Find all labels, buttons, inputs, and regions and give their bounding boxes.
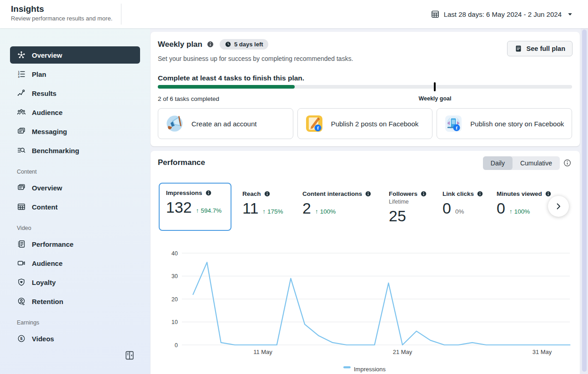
metric-value: 132 xyxy=(166,199,192,215)
ad-account-icon xyxy=(165,114,185,134)
metric-value-row: 132↑594.7% xyxy=(166,199,231,215)
legend-label: Impressions xyxy=(354,366,386,373)
info-icon[interactable] xyxy=(206,40,214,48)
numbered-list-icon: 123 xyxy=(17,70,26,79)
metric-trend: ↑100% xyxy=(315,208,336,215)
date-range-selector[interactable]: Last 28 days: 6 May 2024 - 2 Jun 2024 xyxy=(428,6,576,22)
metric-value-row: 25 xyxy=(389,208,427,224)
sidebar-item-label: Plan xyxy=(32,70,46,78)
metric-label: Impressions xyxy=(166,189,202,196)
sidebar-item-video-performance[interactable]: Performance xyxy=(0,234,150,254)
legend-swatch xyxy=(343,366,351,369)
posts-icon xyxy=(17,183,26,192)
trend-value: 100% xyxy=(514,208,530,215)
main-content: Weekly plan 5 days left See full plan Se… xyxy=(150,28,581,374)
publish-posts-icon: f xyxy=(304,114,324,134)
sidebar-section-label-earnings: Earnings xyxy=(0,311,150,329)
chevron-right-icon xyxy=(554,202,563,211)
metric-label: Followers xyxy=(389,190,417,197)
collapse-sidebar-button[interactable] xyxy=(123,349,136,363)
sidebar-item-overview[interactable]: Overview xyxy=(10,46,140,64)
metrics-row: Impressions132↑594.7%Reach11↑175%Content… xyxy=(151,151,580,242)
metric-impressions[interactable]: Impressions132↑594.7% xyxy=(159,183,231,231)
up-arrow-icon: ↑ xyxy=(262,208,266,215)
sidebar-item-label: Audience xyxy=(32,109,63,116)
up-arrow-icon: ↑ xyxy=(196,207,199,214)
sidebar: Overview123PlanResultsAudienceMessagingB… xyxy=(0,28,150,374)
metric-trend: ↑594.7% xyxy=(196,207,222,214)
weekly-plan-title: Weekly plan xyxy=(158,40,202,49)
metric-label: Minutes viewed xyxy=(497,190,542,197)
task-card-create-an-ad-account[interactable]: Create an ad account xyxy=(158,108,293,139)
trend-value: 175% xyxy=(267,208,283,215)
task-card-publish-2-posts-on-facebook[interactable]: fPublish 2 posts on Facebook xyxy=(297,108,433,139)
svg-text:f: f xyxy=(317,125,319,130)
sidebar-item-content-content[interactable]: Content xyxy=(0,197,150,216)
video-camera-icon xyxy=(17,259,26,268)
metric-value-row: 2↑100% xyxy=(302,200,372,216)
progress-caption-row: 2 of 6 tasks completed Weekly goal xyxy=(158,94,572,105)
scrollbar[interactable] xyxy=(581,28,588,374)
info-icon[interactable] xyxy=(545,190,552,197)
info-icon[interactable] xyxy=(264,190,271,197)
chart-svg: 01020304011 May21 May31 MayImpressions xyxy=(151,239,580,374)
metric-trend: 0% xyxy=(455,208,464,215)
metric-reach[interactable]: Reach11↑175% xyxy=(242,190,283,216)
metric-value: 0 xyxy=(442,200,451,216)
plan-document-icon xyxy=(514,45,523,53)
up-arrow-icon: ↑ xyxy=(509,208,513,215)
metrics-next-button[interactable] xyxy=(548,196,569,217)
see-full-plan-button[interactable]: See full plan xyxy=(507,41,573,56)
y-axis-tick-label: 10 xyxy=(171,319,178,325)
sidebar-item-results[interactable]: Results xyxy=(0,84,150,103)
sidebar-item-label: Overview xyxy=(32,51,62,59)
metric-label: Reach xyxy=(242,190,261,197)
svg-text:f: f xyxy=(456,125,458,130)
sidebar-item-content-overview[interactable]: Overview xyxy=(0,178,150,197)
metric-label: Link clicks xyxy=(442,190,474,197)
weekly-plan-subtitle: Set your business up for success by comp… xyxy=(158,55,353,62)
impressions-line xyxy=(193,262,570,345)
sidebar-item-benchmarking[interactable]: Benchmarking xyxy=(0,141,150,160)
metric-trend: ↑100% xyxy=(509,208,530,215)
metric-link-clicks[interactable]: Link clicks00% xyxy=(442,190,483,216)
info-icon[interactable] xyxy=(420,190,427,197)
sidebar-item-plan[interactable]: 123Plan xyxy=(0,65,150,84)
weekly-plan-header: Weekly plan 5 days left xyxy=(158,39,268,50)
sidebar-item-label: Loyalty xyxy=(32,279,56,286)
info-icon[interactable] xyxy=(365,190,372,197)
info-icon[interactable] xyxy=(205,189,212,196)
calendar-icon xyxy=(431,10,440,19)
sidebar-item-video-loyalty[interactable]: Loyalty xyxy=(0,273,150,292)
insights-page: Insights Review performance results and … xyxy=(0,0,588,374)
audience-icon xyxy=(17,108,26,117)
caret-down-icon xyxy=(567,11,573,18)
sidebar-item-video-retention[interactable]: Retention xyxy=(0,292,150,311)
task-card-publish-one-story-on-facebook[interactable]: fPublish one story on Facebook xyxy=(437,108,572,139)
person-circle-icon xyxy=(17,297,26,306)
metric-label-row: Followers xyxy=(389,190,427,197)
benchmarking-icon xyxy=(17,146,26,155)
metric-content-interactions[interactable]: Content interactions2↑100% xyxy=(302,190,372,216)
trend-value: 594.7% xyxy=(201,207,221,214)
sidebar-item-video-audience[interactable]: Audience xyxy=(0,254,150,273)
see-full-plan-label: See full plan xyxy=(527,45,565,52)
sidebar-item-earnings-videos[interactable]: $Videos xyxy=(0,329,150,348)
progress-fill xyxy=(158,85,295,89)
sidebar-item-label: Audience xyxy=(32,259,63,267)
impressions-chart: 01020304011 May21 May31 MayImpressions xyxy=(151,239,580,374)
performance-card: Performance Daily Cumulative Impressions… xyxy=(151,151,580,374)
x-axis-tick-label: 21 May xyxy=(393,349,412,355)
metric-value-row: 11↑175% xyxy=(242,200,283,216)
info-icon[interactable] xyxy=(477,190,483,197)
metric-followers[interactable]: FollowersLifetime25 xyxy=(389,190,427,224)
sidebar-item-label: Retention xyxy=(32,298,63,305)
sidebar-item-messaging[interactable]: Messaging xyxy=(0,122,150,141)
tasks-completed-label: 2 of 6 tasks completed xyxy=(158,95,219,102)
metric-minutes-viewed[interactable]: Minutes viewed0↑100% xyxy=(497,190,552,216)
sidebar-item-audience[interactable]: Audience xyxy=(0,103,150,122)
shield-heart-icon xyxy=(17,278,26,287)
scrollbar-thumb[interactable] xyxy=(582,30,587,372)
metric-label-row: Content interactions xyxy=(302,190,372,197)
x-axis-tick-label: 31 May xyxy=(533,349,552,355)
